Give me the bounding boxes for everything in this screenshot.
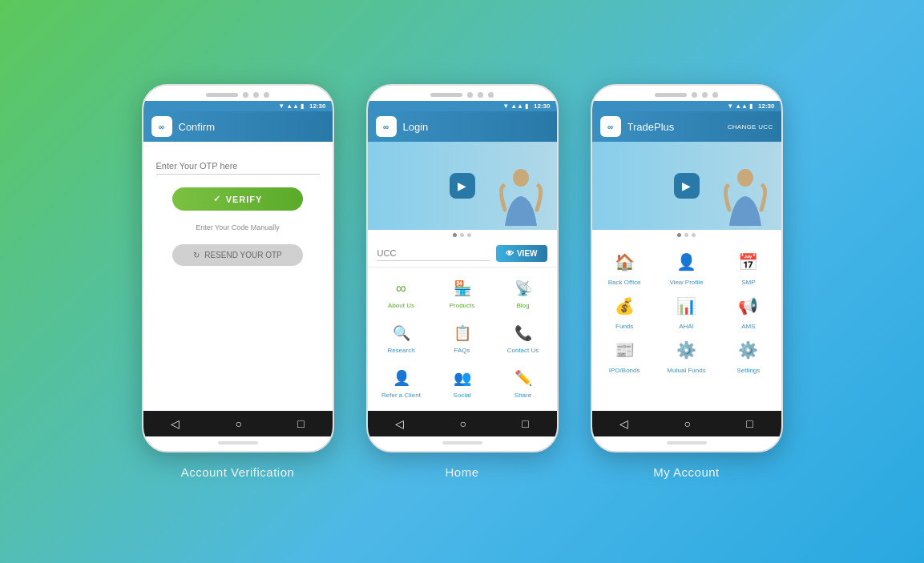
back-nav-3[interactable]: ◁ <box>619 417 628 430</box>
dot-ind-3-3 <box>692 233 696 237</box>
dot-3b <box>702 92 708 98</box>
refresh-icon: ↻ <box>193 251 200 259</box>
ipo-bonds-icon: 📰 <box>611 336 638 364</box>
recents-nav-2[interactable]: □ <box>522 417 528 430</box>
menu-item-blog[interactable]: 📡 Blog <box>494 272 552 314</box>
view-button[interactable]: 👁 VIEW <box>496 245 547 262</box>
phone-nav-2: ◁ ○ □ <box>368 411 557 436</box>
status-bar-1: ▼ ▲▲ ▮ 12:30 <box>143 101 333 111</box>
phone-wrapper-my-account: ▼ ▲▲ ▮ 12:30 ∞ TradePlus CHANGE UCC ▶ <box>591 84 783 479</box>
back-nav-2[interactable]: ◁ <box>395 417 404 430</box>
back-office-label: Back Office <box>608 279 641 286</box>
home-nav-3[interactable]: ○ <box>684 417 691 430</box>
time-1: 12:30 <box>309 103 325 110</box>
menu-item-refer-client[interactable]: 👤 Refer a Client <box>373 362 430 404</box>
eye-icon: 👁 <box>506 249 514 258</box>
speaker-2 <box>430 93 462 97</box>
menu-item-smp[interactable]: 📅 SMP <box>720 248 776 286</box>
status-icons-3: ▼ ▲▲ ▮ <box>727 103 753 110</box>
play-button-home[interactable]: ▶ <box>450 173 475 199</box>
menu-item-faqs[interactable]: 📋 FAQs <box>434 317 491 359</box>
ucc-row: 👁 VIEW <box>368 240 557 267</box>
verify-button[interactable]: ✓ VERIFY <box>172 187 303 211</box>
ams-label: AMS <box>741 323 755 330</box>
menu-item-settings[interactable]: ⚙️ Settings <box>720 336 776 374</box>
resend-otp-button[interactable]: ↻ RESEND YOUR OTP <box>172 244 303 266</box>
phone-nav-3: ◁ ○ □ <box>592 411 781 436</box>
signal-icon-3: ▲▲ <box>735 103 748 110</box>
ucc-input[interactable] <box>377 246 490 261</box>
change-ucc-button[interactable]: CHANGE UCC <box>728 123 773 131</box>
menu-item-aha[interactable]: 📊 AHA! <box>659 292 714 330</box>
menu-item-ipo-bonds[interactable]: 📰 IPO/Bonds <box>597 336 652 374</box>
menu-item-ams[interactable]: 📢 AMS <box>720 292 776 330</box>
view-profile-label: View Profile <box>669 279 703 286</box>
app-title-2: Login <box>403 121 549 133</box>
settings-icon: ⚙️ <box>735 336 762 364</box>
recents-nav-3[interactable]: □ <box>746 417 753 430</box>
logo-box-3: ∞ <box>600 116 621 137</box>
menu-item-products[interactable]: 🏪 Products <box>434 272 491 314</box>
account-menu-grid: 🏠 Back Office 👤 View Profile 📅 SMP 💰 Fun… <box>592 240 781 382</box>
checkmark-icon: ✓ <box>213 194 221 204</box>
menu-item-funds[interactable]: 💰 Funds <box>597 292 652 330</box>
time-3: 12:30 <box>758 103 774 110</box>
share-icon: ✏️ <box>512 367 535 389</box>
phone-bottom-1 <box>143 436 333 451</box>
mutual-funds-label: Mutual Funds <box>667 367 705 374</box>
smp-label: SMP <box>741 279 755 286</box>
menu-item-share[interactable]: ✏️ Share <box>494 362 552 404</box>
dot-3c <box>712 92 718 98</box>
about-us-label: About Us <box>388 302 414 309</box>
phone-home: ▼ ▲▲ ▮ 12:30 ∞ Login ▶ <box>366 84 559 452</box>
menu-item-research[interactable]: 🔍 Research <box>373 317 430 359</box>
contact-us-label: Contact Us <box>507 347 539 354</box>
hero-banner: ▶ <box>368 142 557 230</box>
phone-my-account: ▼ ▲▲ ▮ 12:30 ∞ TradePlus CHANGE UCC ▶ <box>591 84 783 452</box>
status-bar-3: ▼ ▲▲ ▮ 12:30 <box>592 101 781 111</box>
menu-item-contact-us[interactable]: 📞 Contact Us <box>494 317 552 359</box>
dot-2b <box>478 92 483 98</box>
research-icon: 🔍 <box>390 322 413 344</box>
phone-bottom-2 <box>368 436 557 451</box>
logo-symbol-2: ∞ <box>383 123 389 131</box>
play-button-account[interactable]: ▶ <box>674 173 700 199</box>
social-icon: 👥 <box>451 367 474 389</box>
person-silhouette-3 <box>717 158 773 230</box>
screen3-content-wrapper: ▶ <box>592 142 781 411</box>
menu-item-social[interactable]: 👥 Social <box>434 362 491 404</box>
otp-input[interactable] <box>156 158 320 175</box>
dot-2a <box>467 92 473 98</box>
contact-us-icon: 📞 <box>512 322 535 344</box>
wifi-icon-3: ▼ <box>727 103 733 110</box>
dot-ind-3-1 <box>677 233 681 237</box>
menu-item-back-office[interactable]: 🏠 Back Office <box>597 248 652 286</box>
home-nav-1[interactable]: ○ <box>236 417 242 430</box>
menu-item-about-us[interactable]: ∞ About Us <box>373 272 430 314</box>
phone-top-1 <box>143 86 333 101</box>
aha-label: AHA! <box>679 323 694 330</box>
phone-label-2: Home <box>445 465 478 479</box>
funds-label: Funds <box>615 323 633 330</box>
app-title-3: TradePlus <box>627 121 721 133</box>
status-icons-1: ▼ ▲▲ ▮ <box>278 103 304 110</box>
menu-item-view-profile[interactable]: 👤 View Profile <box>659 248 714 286</box>
battery-icon-2: ▮ <box>525 103 528 110</box>
funds-icon: 💰 <box>611 292 638 320</box>
speaker-1 <box>206 93 238 97</box>
battery-icon-3: ▮ <box>749 103 753 110</box>
refer-client-icon: 👤 <box>390 367 413 389</box>
logo-box-2: ∞ <box>376 116 397 137</box>
menu-item-mutual-funds[interactable]: ⚙️ Mutual Funds <box>659 336 714 374</box>
logo-symbol-1: ∞ <box>159 123 164 131</box>
dot-1a <box>243 92 248 98</box>
faqs-label: FAQs <box>454 347 470 354</box>
time-2: 12:30 <box>534 103 550 110</box>
mutual-funds-icon: ⚙️ <box>672 336 700 364</box>
home-nav-2[interactable]: ○ <box>460 417 466 430</box>
app-title-1: Confirm <box>179 121 325 133</box>
social-label: Social <box>454 392 471 399</box>
banner-dots <box>368 230 557 240</box>
recents-nav-1[interactable]: □ <box>297 417 304 430</box>
back-nav-1[interactable]: ◁ <box>171 417 180 430</box>
